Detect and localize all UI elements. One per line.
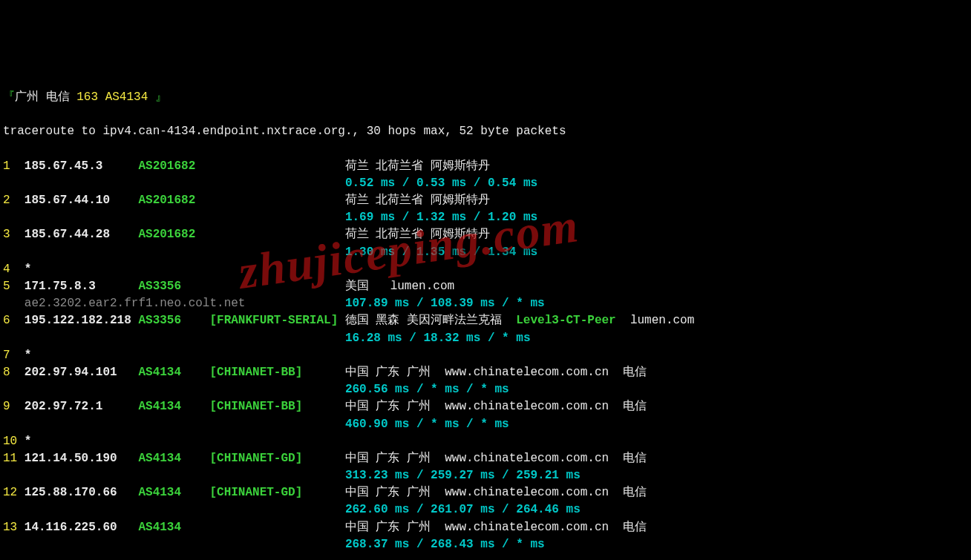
hop-ip: 121.14.50.190	[24, 450, 139, 467]
hop-timing-row: 460.90 ms / * ms / * ms	[3, 416, 971, 433]
hop-ip: 14.116.225.60	[24, 519, 139, 536]
hop-row: 3 185.67.44.28 AS201682 荷兰 北荷兰省 阿姆斯特丹	[3, 226, 971, 243]
hop-tag: [CHINANET-BB]	[209, 398, 344, 415]
hop-timing-row: ae2.3202.ear2.frf1.neo.colt.net 107.89 m…	[3, 295, 971, 312]
hop-location: 中国 广东 广州 www.chinatelecom.com.cn 电信	[345, 366, 647, 379]
hop-ip: 171.75.8.3	[24, 278, 139, 295]
hop-asn: AS201682	[138, 192, 209, 209]
hop-asn: AS201682	[138, 158, 209, 175]
hop-timing-row: 1.30 ms / 1.35 ms / 1.34 ms	[3, 244, 971, 261]
hop-location: 美国 lumen.com	[345, 280, 454, 293]
hop-location: 荷兰 北荷兰省 阿姆斯特丹	[345, 194, 490, 207]
hop-timings: 313.23 ms / 259.27 ms / 259.21 ms	[345, 469, 581, 482]
hop-ip: 185.67.44.28	[24, 226, 139, 243]
hop-location: 德国 黑森 美因河畔法兰克福	[345, 314, 516, 327]
hop-timing-row: 313.23 ms / 259.27 ms / 259.21 ms	[3, 467, 971, 484]
hop-ip: 185.67.45.3	[24, 158, 139, 175]
hop-ip: 202.97.72.1	[24, 398, 139, 415]
hop-timings: 460.90 ms / * ms / * ms	[345, 418, 509, 431]
hop-asn: AS3356	[138, 278, 209, 295]
hop-row-timeout: 4 *	[3, 261, 971, 278]
hop-asn: AS3356	[138, 312, 209, 329]
hop-timing-row: 1.69 ms / 1.32 ms / 1.20 ms	[3, 209, 971, 226]
hop-number: 4	[3, 261, 24, 278]
header-line: 『广州 电信 163 AS4134 』	[3, 89, 971, 106]
hop-timing-row: 268.37 ms / 268.43 ms / * ms	[3, 536, 971, 553]
hop-tag	[209, 158, 344, 175]
hop-list: 1 185.67.45.3 AS201682 荷兰 北荷兰省 阿姆斯特丹 0.5…	[3, 158, 971, 553]
hop-row: 6 195.122.182.218 AS3356 [FRANKFURT-SERI…	[3, 312, 971, 329]
terminal-output: 『广州 电信 163 AS4134 』 traceroute to ipv4.c…	[0, 69, 971, 560]
hop-timings: 260.56 ms / * ms / * ms	[345, 383, 509, 396]
hop-row: 12 125.88.170.66 AS4134 [CHINANET-GD] 中国…	[3, 484, 971, 501]
hop-number: 5	[3, 278, 24, 295]
hop-timing-row: 0.52 ms / 0.53 ms / 0.54 ms	[3, 175, 971, 192]
hop-timings: 0.52 ms / 0.53 ms / 0.54 ms	[345, 177, 537, 190]
hop-location: 中国 广东 广州 www.chinatelecom.com.cn 电信	[345, 400, 647, 413]
hop-timings: 16.28 ms / 18.32 ms / * ms	[345, 332, 531, 345]
hop-row-timeout: 7 *	[3, 347, 971, 364]
hop-location: 中国 广东 广州 www.chinatelecom.com.cn 电信	[345, 486, 647, 499]
hop-tag: [CHINANET-GD]	[209, 484, 344, 501]
hop-number: 11	[3, 450, 24, 467]
hop-location: 荷兰 北荷兰省 阿姆斯特丹	[345, 228, 490, 241]
hop-number: 7	[3, 347, 24, 364]
hop-location: 中国 广东 广州 www.chinatelecom.com.cn 电信	[345, 521, 647, 534]
hop-row: 9 202.97.72.1 AS4134 [CHINANET-BB] 中国 广东…	[3, 398, 971, 415]
hop-number: 6	[3, 312, 24, 329]
hop-timings: 107.89 ms / 108.39 ms / * ms	[345, 297, 545, 310]
hop-number: 1	[3, 158, 24, 175]
hop-timings: 268.37 ms / 268.43 ms / * ms	[345, 538, 545, 551]
hop-number: 8	[3, 364, 24, 381]
hop-tag	[209, 519, 344, 536]
hop-timing-row: 16.28 ms / 18.32 ms / * ms	[3, 330, 971, 347]
hop-timings: 1.69 ms / 1.32 ms / 1.20 ms	[345, 211, 537, 224]
hop-row-timeout: 10 *	[3, 433, 971, 450]
traceroute-command: traceroute to ipv4.can-4134.endpoint.nxt…	[3, 123, 971, 140]
hop-asn: AS4134	[138, 398, 209, 415]
hop-peer-domain: lumen.com	[616, 314, 695, 327]
hop-number: 2	[3, 192, 24, 209]
hop-number: 9	[3, 398, 24, 415]
hop-timing-row: 262.60 ms / 261.07 ms / 264.46 ms	[3, 501, 971, 518]
hop-tag	[209, 226, 344, 243]
hop-timings: 1.30 ms / 1.35 ms / 1.34 ms	[345, 246, 537, 259]
hop-peer-label: Level3-CT-Peer	[516, 314, 615, 327]
hop-timing-row: 260.56 ms / * ms / * ms	[3, 381, 971, 398]
hop-ip: 202.97.94.101	[24, 364, 139, 381]
hop-tag: [FRANKFURT-SERIAL]	[209, 312, 344, 329]
hop-row: 13 14.116.225.60 AS4134 中国 广东 广州 www.chi…	[3, 519, 971, 536]
hop-ip: 125.88.170.66	[24, 484, 139, 501]
hop-row: 11 121.14.50.190 AS4134 [CHINANET-GD] 中国…	[3, 450, 971, 467]
hop-rdns: ae2.3202.ear2.frf1.neo.colt.net	[24, 297, 345, 310]
hop-row: 2 185.67.44.10 AS201682 荷兰 北荷兰省 阿姆斯特丹	[3, 192, 971, 209]
hop-timeout: *	[24, 349, 32, 362]
hop-asn: AS4134	[138, 519, 209, 536]
hop-tag: [CHINANET-BB]	[209, 364, 344, 381]
hop-asn: AS4134	[138, 450, 209, 467]
hop-number: 13	[3, 519, 24, 536]
hop-ip: 185.67.44.10	[24, 192, 139, 209]
hop-row: 8 202.97.94.101 AS4134 [CHINANET-BB] 中国 …	[3, 364, 971, 381]
hop-number: 12	[3, 484, 24, 501]
hop-location: 荷兰 北荷兰省 阿姆斯特丹	[345, 159, 490, 173]
hop-row: 1 185.67.45.3 AS201682 荷兰 北荷兰省 阿姆斯特丹	[3, 158, 971, 175]
hop-timeout: *	[24, 435, 32, 448]
hop-timings: 262.60 ms / 261.07 ms / 264.46 ms	[345, 503, 581, 516]
hop-location: 中国 广东 广州 www.chinatelecom.com.cn 电信	[345, 452, 647, 465]
hop-tag: [CHINANET-GD]	[209, 450, 344, 467]
hop-ip: 195.122.182.218	[24, 312, 139, 329]
hop-asn: AS4134	[138, 364, 209, 381]
hop-asn: AS201682	[138, 226, 209, 243]
hop-asn: AS4134	[138, 484, 209, 501]
hop-number: 10	[3, 433, 24, 450]
hop-timeout: *	[24, 263, 32, 276]
hop-tag	[209, 278, 344, 295]
hop-number: 3	[3, 226, 24, 243]
hop-row: 5 171.75.8.3 AS3356 美国 lumen.com	[3, 278, 971, 295]
hop-tag	[209, 192, 344, 209]
